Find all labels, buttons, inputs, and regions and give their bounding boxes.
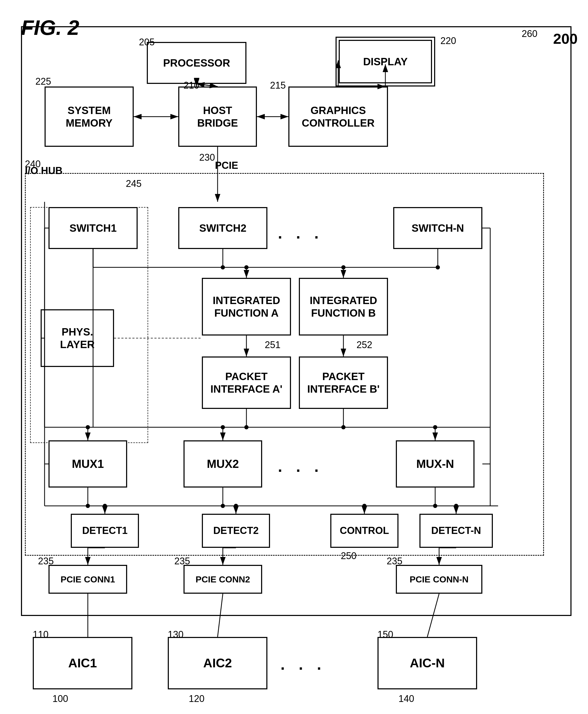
switch-dots: . . . bbox=[278, 224, 323, 242]
ref-140: 140 bbox=[398, 693, 414, 704]
ref-220: 220 bbox=[440, 35, 456, 46]
page: FIG. 2 200 PROCESSOR 205 DISPLAY 220 HOS… bbox=[0, 0, 588, 714]
detectn-block: DETECT-N bbox=[419, 514, 493, 548]
aic2-block: AIC2 bbox=[168, 637, 267, 689]
pcie-conn3-block: PCIE CONN-N bbox=[396, 565, 482, 594]
switch1-block: SWITCH1 bbox=[48, 207, 138, 249]
phys-layer-block: PHYS. LAYER bbox=[41, 309, 114, 367]
processor-block: PROCESSOR bbox=[147, 42, 247, 84]
muxn-block: MUX-N bbox=[396, 440, 475, 487]
pcie-conn1-block: PCIE CONN1 bbox=[48, 565, 127, 594]
ref-225: 225 bbox=[35, 76, 51, 87]
host-bridge-block: HOST BRIDGE bbox=[178, 86, 257, 147]
ref-235-1: 235 bbox=[38, 556, 54, 567]
mux2-block: MUX2 bbox=[184, 440, 262, 487]
detect2-block: DETECT2 bbox=[202, 514, 270, 548]
graphics-controller-block: GRAPHICS CONTROLLER bbox=[288, 86, 388, 147]
ref-215: 215 bbox=[270, 80, 286, 91]
ref-120: 120 bbox=[189, 693, 205, 704]
integrated-a-block: INTEGRATED FUNCTION A bbox=[202, 278, 291, 336]
mux-dots: . . . bbox=[278, 457, 323, 476]
aic-dots: . . . bbox=[280, 655, 326, 673]
aic1-block: AIC1 bbox=[33, 637, 132, 689]
pcie-conn2-block: PCIE CONN2 bbox=[184, 565, 262, 594]
ref-240: 240 bbox=[25, 159, 41, 170]
ref-150: 150 bbox=[378, 629, 393, 640]
display-outer-block: DISPLAY bbox=[336, 37, 435, 86]
ref-250: 250 bbox=[341, 550, 357, 562]
detect1-block: DETECT1 bbox=[71, 514, 139, 548]
aicn-block: AIC-N bbox=[378, 637, 477, 689]
pcie-label: PCIE bbox=[215, 160, 238, 171]
system-memory-block: SYSTEM MEMORY bbox=[45, 86, 134, 147]
ref-245: 245 bbox=[126, 178, 142, 189]
ref-110: 110 bbox=[33, 629, 48, 640]
ref-235-3: 235 bbox=[387, 556, 402, 567]
control-block: CONTROL bbox=[330, 514, 398, 548]
ref-100: 100 bbox=[52, 693, 68, 704]
ref-251: 251 bbox=[265, 339, 280, 351]
integrated-b-block: INTEGRATED FUNCTION B bbox=[299, 278, 388, 336]
ref-230: 230 bbox=[199, 152, 215, 163]
switch2-block: SWITCH2 bbox=[178, 207, 267, 249]
ref-235-2: 235 bbox=[174, 556, 190, 567]
ref-205: 205 bbox=[139, 37, 155, 48]
packet-a-block: PACKET INTERFACE A' bbox=[202, 356, 291, 409]
ref-130: 130 bbox=[168, 629, 184, 640]
ref-260: 260 bbox=[522, 28, 538, 39]
ref-210: 210 bbox=[184, 80, 199, 91]
ref-252: 252 bbox=[357, 339, 372, 351]
mux1-block: MUX1 bbox=[48, 440, 127, 487]
switchn-block: SWITCH-N bbox=[393, 207, 482, 249]
packet-b-block: PACKET INTERFACE B' bbox=[299, 356, 388, 409]
